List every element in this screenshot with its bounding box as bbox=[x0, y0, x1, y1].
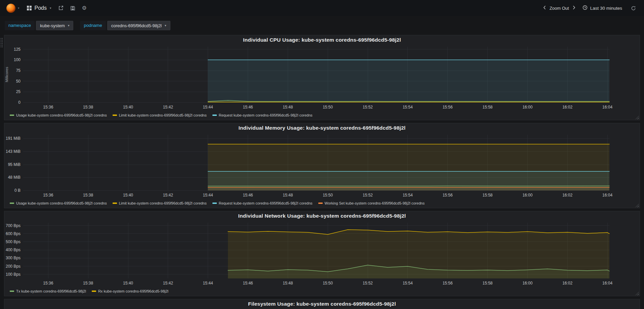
svg-text:50: 50 bbox=[16, 79, 21, 84]
panel-title-memory[interactable]: Individual Memory Usage: kube-system cor… bbox=[238, 125, 405, 131]
memory-usage-chart[interactable]: 0 B48 MiB95 MiB143 MiB191 MiB15:3615:381… bbox=[4, 133, 639, 199]
svg-text:300 Bps: 300 Bps bbox=[6, 256, 21, 260]
navbar: ▾ Pods ▾ ⚙ Zoom Out Last 30 minutes bbox=[0, 0, 644, 16]
legend-item[interactable]: Working Set kube-system coredns-695f96dc… bbox=[318, 201, 425, 205]
chevron-down-icon: ▾ bbox=[165, 24, 166, 27]
dashboard-picker[interactable]: Pods ▾ bbox=[24, 0, 55, 16]
svg-text:Millicores: Millicores bbox=[5, 67, 9, 82]
panel-title-filesystem[interactable]: Filesystem Usage: kube-system coredns-69… bbox=[248, 301, 396, 307]
panel-header: Filesystem Usage: kube-system coredns-69… bbox=[4, 299, 640, 309]
svg-text:15:58: 15:58 bbox=[482, 193, 492, 197]
time-range-label: Last 30 minutes bbox=[590, 6, 622, 11]
svg-text:15:52: 15:52 bbox=[363, 281, 373, 285]
svg-text:16:02: 16:02 bbox=[562, 281, 572, 285]
legend-series-label: Limit kube-system coredns-695f96dcd5-98j… bbox=[119, 113, 207, 117]
legend-series-label: Request kube-system coredns-695f96dcd5-9… bbox=[219, 201, 313, 205]
svg-text:15:54: 15:54 bbox=[403, 193, 413, 197]
svg-text:75: 75 bbox=[16, 68, 21, 73]
zoom-out-button[interactable]: Zoom Out bbox=[550, 6, 569, 11]
dashboard-title: Pods bbox=[35, 5, 47, 11]
svg-text:100 Bps: 100 Bps bbox=[6, 272, 21, 277]
legend-item[interactable]: Usage kube-system coredns-695f96dcd5-98j… bbox=[10, 201, 107, 205]
legend-series-label: Request kube-system coredns-695f96dcd5-9… bbox=[219, 113, 313, 117]
panel-title-cpu[interactable]: Individual CPU Usage: kube-system coredn… bbox=[243, 37, 401, 43]
panel-header: Individual CPU Usage: kube-system coredn… bbox=[4, 35, 640, 45]
svg-text:15:50: 15:50 bbox=[323, 281, 333, 285]
svg-text:15:50: 15:50 bbox=[323, 105, 333, 109]
legend-series-swatch bbox=[113, 203, 117, 204]
gear-icon: ⚙ bbox=[82, 5, 87, 11]
settings-button[interactable]: ⚙ bbox=[82, 5, 87, 11]
panel-header: Individual Network Usage: kube-system co… bbox=[4, 211, 640, 221]
svg-text:15:50: 15:50 bbox=[323, 193, 333, 197]
svg-text:95 MiB: 95 MiB bbox=[8, 162, 21, 167]
network-usage-chart[interactable]: 100 Bps200 Bps300 Bps400 Bps500 Bps600 B… bbox=[4, 221, 639, 287]
legend-series-swatch bbox=[10, 115, 14, 116]
variable-value-podname[interactable]: coredns-695f96dcd5-98j2l ▾ bbox=[107, 21, 170, 30]
panel-header: Individual Memory Usage: kube-system cor… bbox=[4, 123, 640, 133]
grafana-logo-icon bbox=[6, 4, 15, 13]
navbar-left: ▾ Pods ▾ ⚙ bbox=[5, 0, 90, 16]
legend-series-label: Tx kube-system coredns-695f96dcd5-98j2l bbox=[16, 289, 86, 293]
legend-series-label: Usage kube-system coredns-695f96dcd5-98j… bbox=[16, 201, 107, 205]
svg-text:0: 0 bbox=[18, 100, 21, 105]
legend-item[interactable]: Tx kube-system coredns-695f96dcd5-98j2l bbox=[10, 289, 86, 293]
cpu-usage-chart[interactable]: 025507510012515:3615:3815:4015:4215:4415… bbox=[4, 45, 639, 111]
svg-text:15:46: 15:46 bbox=[243, 281, 253, 285]
svg-text:500 Bps: 500 Bps bbox=[6, 239, 21, 244]
network-legend: Tx kube-system coredns-695f96dcd5-98j2lR… bbox=[4, 287, 640, 295]
svg-text:15:46: 15:46 bbox=[243, 105, 253, 109]
panel-memory-usage: Individual Memory Usage: kube-system cor… bbox=[4, 123, 640, 208]
svg-text:16:04: 16:04 bbox=[602, 105, 612, 109]
svg-text:15:58: 15:58 bbox=[482, 281, 492, 285]
svg-text:16:00: 16:00 bbox=[522, 105, 532, 109]
svg-text:15:54: 15:54 bbox=[403, 281, 413, 285]
time-range-picker[interactable]: Last 30 minutes bbox=[582, 5, 622, 11]
memory-legend: Usage kube-system coredns-695f96dcd5-98j… bbox=[4, 199, 640, 207]
share-icon bbox=[58, 5, 64, 11]
svg-text:15:36: 15:36 bbox=[43, 105, 53, 109]
legend-item[interactable]: Limit kube-system coredns-695f96dcd5-98j… bbox=[113, 113, 207, 117]
svg-text:15:58: 15:58 bbox=[482, 105, 492, 109]
panel-filesystem-usage: Filesystem Usage: kube-system coredns-69… bbox=[4, 299, 640, 309]
chevron-left-icon bbox=[543, 5, 546, 11]
svg-text:191 MiB: 191 MiB bbox=[6, 136, 21, 141]
chevron-down-icon: ▾ bbox=[68, 24, 70, 27]
variable-value-namespace[interactable]: kube-system ▾ bbox=[36, 21, 73, 30]
svg-text:200 Bps: 200 Bps bbox=[6, 264, 21, 269]
svg-text:15:40: 15:40 bbox=[123, 281, 133, 285]
svg-text:15:48: 15:48 bbox=[283, 281, 293, 285]
legend-item[interactable]: Usage kube-system coredns-695f96dcd5-98j… bbox=[10, 113, 107, 117]
save-button[interactable] bbox=[70, 6, 75, 11]
legend-series-label: Limit kube-system coredns-695f96dcd5-98j… bbox=[119, 201, 207, 205]
variable-namespace: namespace kube-system ▾ bbox=[5, 21, 73, 30]
svg-text:16:04: 16:04 bbox=[602, 281, 612, 285]
clock-icon bbox=[582, 5, 588, 11]
row-drag-handle[interactable] bbox=[0, 38, 3, 48]
grafana-logo-button[interactable] bbox=[5, 2, 17, 14]
variable-value-text: coredns-695f96dcd5-98j2l bbox=[111, 23, 162, 28]
legend-item[interactable]: Request kube-system coredns-695f96dcd5-9… bbox=[212, 113, 313, 117]
variable-label-namespace: namespace bbox=[5, 21, 35, 30]
time-shift-back-button[interactable] bbox=[541, 5, 548, 11]
svg-text:16:04: 16:04 bbox=[602, 193, 612, 197]
legend-item[interactable]: Limit kube-system coredns-695f96dcd5-98j… bbox=[113, 201, 207, 205]
svg-text:16:00: 16:00 bbox=[522, 281, 532, 285]
cpu-legend: Usage kube-system coredns-695f96dcd5-98j… bbox=[4, 111, 640, 119]
panel-title-network[interactable]: Individual Network Usage: kube-system co… bbox=[238, 213, 406, 219]
svg-text:15:42: 15:42 bbox=[163, 281, 173, 285]
svg-text:700 Bps: 700 Bps bbox=[6, 223, 21, 228]
svg-text:143 MiB: 143 MiB bbox=[6, 149, 21, 154]
svg-text:15:54: 15:54 bbox=[403, 105, 413, 109]
chevron-down-icon: ▾ bbox=[50, 6, 51, 10]
time-shift-forward-button[interactable] bbox=[571, 5, 577, 11]
svg-text:15:38: 15:38 bbox=[83, 105, 93, 109]
svg-text:15:44: 15:44 bbox=[203, 193, 213, 197]
legend-item[interactable]: Request kube-system coredns-695f96dcd5-9… bbox=[212, 201, 313, 205]
share-button[interactable] bbox=[58, 5, 64, 11]
legend-item[interactable]: Rx kube-system coredns-695f96dcd5-98j2l bbox=[92, 289, 168, 293]
svg-text:15:48: 15:48 bbox=[283, 105, 293, 109]
org-menu-caret-icon[interactable]: ▾ bbox=[18, 6, 19, 10]
refresh-button[interactable] bbox=[631, 6, 636, 11]
svg-text:600 Bps: 600 Bps bbox=[6, 231, 21, 236]
